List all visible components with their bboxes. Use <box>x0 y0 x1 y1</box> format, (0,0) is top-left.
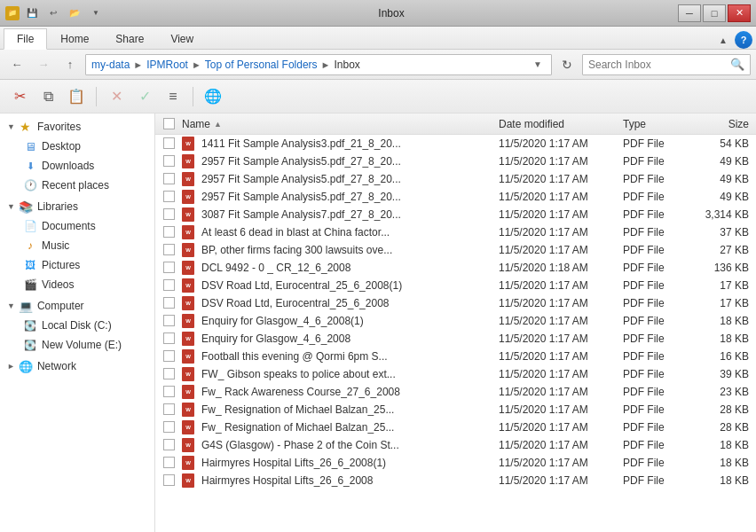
row-check[interactable] <box>159 315 178 326</box>
row-check[interactable] <box>159 191 178 202</box>
up-button[interactable]: ↑ <box>59 54 82 75</box>
check-button[interactable]: ✓ <box>132 84 157 109</box>
table-row[interactable]: W 2957 Fit Sample Analysis5.pdf_27_8_20.… <box>155 188 756 206</box>
table-row[interactable]: W DCL 9492 - 0 _ CR_12_6_2008 11/5/2020 … <box>155 259 756 277</box>
row-check[interactable] <box>159 226 178 238</box>
table-row[interactable]: W Hairmyres Hospital Lifts_26_6_2008 11/… <box>155 472 756 489</box>
header-check[interactable] <box>159 118 178 129</box>
row-check[interactable] <box>159 474 178 486</box>
row-checkbox[interactable] <box>163 457 175 468</box>
row-checkbox[interactable] <box>163 191 175 202</box>
breadcrumb-mydata[interactable]: my-data <box>91 59 130 71</box>
paste-button[interactable]: 📋 <box>64 84 89 109</box>
sidebar-item-videos[interactable]: 🎬 Videos <box>0 275 154 294</box>
table-row[interactable]: W Hairmyres Hospital Lifts_26_6_2008(1) … <box>155 454 756 472</box>
row-checkbox[interactable] <box>163 439 175 450</box>
table-row[interactable]: W 1411 Fit Sample Analysis3.pdf_21_8_20.… <box>155 135 756 153</box>
table-row[interactable]: W 3087 Fit Sample Analysis7.pdf_27_8_20.… <box>155 206 756 223</box>
row-checkbox[interactable] <box>163 332 175 344</box>
sidebar-item-localc[interactable]: 💽 Local Disk (C:) <box>0 316 154 335</box>
search-box[interactable]: 🔍 <box>582 54 751 75</box>
table-row[interactable]: W Fw_ Resignation of Michael Balzan_25..… <box>155 419 756 436</box>
row-check[interactable] <box>159 262 178 273</box>
back-button[interactable]: ← <box>5 54 28 75</box>
close-button[interactable]: ✕ <box>728 4 751 22</box>
table-row[interactable]: W DSV Road Ltd, Eurocentral_25_6_2008 11… <box>155 294 756 312</box>
table-row[interactable]: W 2957 Fit Sample Analysis5.pdf_27_8_20.… <box>155 153 756 170</box>
row-check[interactable] <box>159 155 178 167</box>
row-check[interactable] <box>159 403 178 415</box>
table-row[interactable]: W Enquiry for Glasgow_4_6_2008(1) 11/5/2… <box>155 312 756 330</box>
row-check[interactable] <box>159 439 178 450</box>
row-checkbox[interactable] <box>163 474 175 486</box>
row-checkbox[interactable] <box>163 155 175 167</box>
header-date[interactable]: Date modified <box>495 118 619 130</box>
cut-button[interactable]: ✂ <box>7 84 32 109</box>
qat-folder[interactable]: 📂 <box>66 4 83 22</box>
row-check[interactable] <box>159 279 178 291</box>
row-check[interactable] <box>159 386 178 397</box>
maximize-button[interactable]: □ <box>703 4 726 22</box>
tab-home[interactable]: Home <box>47 28 102 49</box>
table-row[interactable]: W Fw_ Rack Awareness Course_27_6_2008 11… <box>155 383 756 401</box>
table-row[interactable]: W G4S (Glasgow) - Phase 2 of the Coin St… <box>155 436 756 454</box>
globe-button[interactable]: 🌐 <box>201 84 225 109</box>
row-check[interactable] <box>159 297 178 309</box>
row-checkbox[interactable] <box>163 279 175 291</box>
breadcrumb-topfolders[interactable]: Top of Personal Folders <box>205 59 318 71</box>
refresh-button[interactable]: ↻ <box>555 54 579 75</box>
tab-share[interactable]: Share <box>102 28 157 49</box>
sidebar-header-network[interactable]: ► 🌐 Network <box>0 356 154 376</box>
help-button[interactable]: ? <box>735 31 752 49</box>
row-check[interactable] <box>159 421 178 433</box>
sidebar-item-downloads[interactable]: ⬇ Downloads <box>0 156 154 176</box>
row-checkbox[interactable] <box>163 350 175 362</box>
header-name[interactable]: Name ▲ <box>178 118 495 130</box>
sidebar-item-desktop[interactable]: 🖥 Desktop <box>0 137 154 156</box>
sidebar-header-computer[interactable]: ▼ 💻 Computer <box>0 296 154 316</box>
row-check[interactable] <box>159 208 178 220</box>
breadcrumb-ipmroot[interactable]: IPMRoot <box>146 59 188 71</box>
table-row[interactable]: W At least 6 dead in blast at China fact… <box>155 223 756 241</box>
sidebar-item-documents[interactable]: 📄 Documents <box>0 216 154 236</box>
sidebar-item-music[interactable]: ♪ Music <box>0 236 154 255</box>
copy-button[interactable]: ⧉ <box>35 84 60 109</box>
select-all-checkbox[interactable] <box>163 118 175 129</box>
row-checkbox[interactable] <box>163 244 175 255</box>
row-check[interactable] <box>159 457 178 468</box>
search-icon[interactable]: 🔍 <box>730 58 744 71</box>
sidebar-item-pictures[interactable]: 🖼 Pictures <box>0 255 154 275</box>
header-size[interactable]: Size <box>690 118 752 130</box>
minimize-button[interactable]: ─ <box>678 4 701 22</box>
row-check[interactable] <box>159 368 178 379</box>
sidebar-header-libraries[interactable]: ▼ 📚 Libraries <box>0 197 154 216</box>
table-row[interactable]: W DSV Road Ltd, Eurocentral_25_6_2008(1)… <box>155 277 756 294</box>
row-checkbox[interactable] <box>163 386 175 397</box>
row-checkbox[interactable] <box>163 315 175 326</box>
row-checkbox[interactable] <box>163 368 175 379</box>
row-check[interactable] <box>159 137 178 149</box>
row-checkbox[interactable] <box>163 421 175 433</box>
row-checkbox[interactable] <box>163 403 175 415</box>
table-row[interactable]: W FW_ Gibson speaks to police about ext.… <box>155 365 756 383</box>
header-type[interactable]: Type <box>619 118 690 130</box>
tab-file[interactable]: File <box>4 28 47 50</box>
sidebar-item-newe[interactable]: 💽 New Volume (E:) <box>0 335 154 355</box>
row-checkbox[interactable] <box>163 297 175 309</box>
table-row[interactable]: W Enquiry for Glasgow_4_6_2008 11/5/2020… <box>155 330 756 348</box>
qat-save[interactable]: 💾 <box>23 4 41 22</box>
address-dropdown[interactable]: ▼ <box>530 59 546 69</box>
sidebar-item-recent[interactable]: 🕐 Recent places <box>0 176 154 195</box>
table-row[interactable]: W Football this evening @ Qormi 6pm S...… <box>155 348 756 365</box>
ribbon-collapse[interactable]: ▲ <box>715 34 731 47</box>
address-bar[interactable]: my-data ► IPMRoot ► Top of Personal Fold… <box>85 54 552 75</box>
qat-dropdown[interactable]: ▼ <box>87 4 105 22</box>
row-check[interactable] <box>159 244 178 255</box>
forward-button[interactable]: → <box>32 54 55 75</box>
table-row[interactable]: W Fw_ Resignation of Michael Balzan_25..… <box>155 401 756 419</box>
delete-button[interactable]: ✕ <box>104 84 129 109</box>
qat-undo[interactable]: ↩ <box>44 4 62 22</box>
tab-view[interactable]: View <box>157 28 207 49</box>
sidebar-header-favorites[interactable]: ▼ ★ Favorites <box>0 117 154 137</box>
row-checkbox[interactable] <box>163 208 175 220</box>
